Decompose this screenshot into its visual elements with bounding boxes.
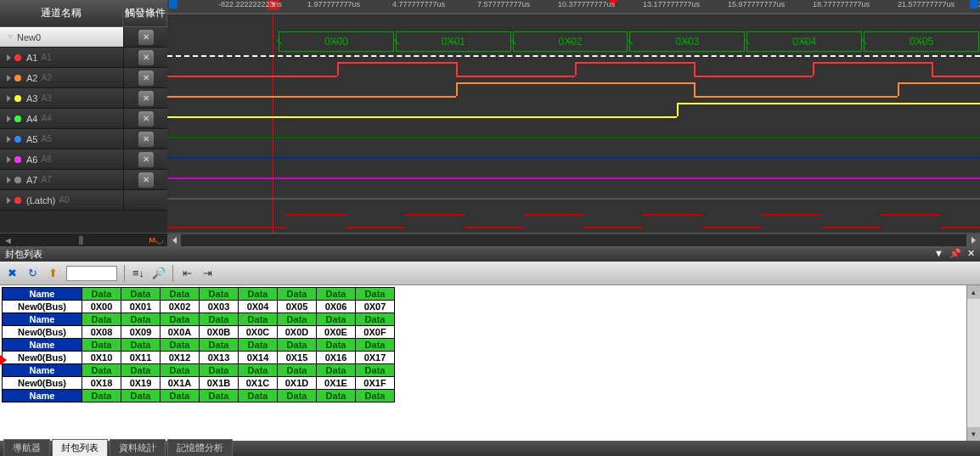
trigger-btn-a3[interactable]: ✕ (138, 91, 154, 106)
trigger-cond-header: 觸發條件 (123, 0, 167, 26)
time-ruler[interactable]: T -822.222222223ns 1.977777777us 4.77777… (167, 0, 980, 14)
marker-a[interactable] (169, 0, 177, 8)
packet-toolbar: ✖ ↻ ⬆ ≡↓ 🔎 ⇤ ⇥ (0, 262, 980, 285)
trigger-btn-a5[interactable]: ✕ (138, 132, 154, 147)
panel-menu-icon[interactable]: ▼ (934, 248, 943, 258)
marker-b[interactable] (970, 0, 978, 8)
wave-a5 (167, 157, 980, 159)
trigger-btn-new0[interactable]: ✕ (138, 30, 154, 45)
channel-a4[interactable]: A4A4 (0, 109, 123, 128)
tab-packet-list[interactable]: 封包列表 (52, 439, 108, 456)
tab-memory-analysis[interactable]: 記憶體分析 (167, 439, 233, 456)
table-row[interactable]: New0(Bus) 0X000X010X020X030X040X050X060X… (3, 301, 395, 313)
tool-sort-icon[interactable]: ≡↓ (132, 267, 145, 280)
packet-grid[interactable]: Name Data Data Data Data Data Data Data … (0, 285, 980, 441)
wave-a3 (167, 116, 677, 118)
waveform-hscroll[interactable] (167, 233, 980, 246)
scroll-right-btn[interactable] (966, 234, 980, 246)
tab-data-stats[interactable]: 資料統計 (110, 439, 166, 456)
tool-export-icon[interactable]: ⬆ (46, 267, 59, 280)
tab-navigator[interactable]: 導航器 (3, 439, 50, 456)
wave-latch (167, 227, 286, 228)
bus-hex-row: 0X00 0X01 0X02 0X03 0X04 0X05 (167, 31, 980, 52)
table-row[interactable]: New0(Bus) 0X080X090X0A0X0B0X0C0X0D0X0E0X… (3, 326, 395, 339)
channel-a3[interactable]: A3A3 (0, 88, 123, 108)
packet-vscroll[interactable]: ▴ ▾ (966, 285, 980, 441)
trigger-btn-a7[interactable]: ✕ (138, 172, 154, 188)
trigger-btn-a6[interactable]: ✕ (138, 152, 154, 167)
channel-zoom-bar[interactable]: ◄ ||| ᴍ◡ (0, 233, 167, 246)
tool-find-icon[interactable]: 🔎 (152, 267, 166, 280)
scroll-left-btn[interactable] (167, 234, 181, 246)
table-row[interactable]: New0(Bus) 0X100X110X120X130X140X150X160X… (3, 352, 395, 364)
wave-a4 (167, 137, 980, 138)
channel-panel: 通道名稱 觸發條件 New0 ✕ A1A1 ✕ A2A2 ✕ A3A3 ✕ A4… (0, 0, 167, 246)
trigger-btn-a2[interactable]: ✕ (138, 70, 154, 86)
trigger-btn-a1[interactable]: ✕ (138, 50, 154, 65)
bottom-tabs: 導航器 封包列表 資料統計 記憶體分析 (0, 441, 980, 456)
channel-a1[interactable]: A1A1 (0, 48, 123, 67)
dashed-marker (167, 55, 980, 57)
panel-pin-icon[interactable]: 📌 (949, 248, 961, 258)
channel-a2[interactable]: A2A2 (0, 68, 123, 87)
scroll-down-btn[interactable]: ▾ (967, 427, 980, 441)
table-row[interactable]: New0(Bus) 0X180X190X1A0X1B0X1C0X1D0X1E0X… (3, 377, 395, 390)
channel-a5[interactable]: A5A5 (0, 129, 123, 149)
tool-prev-icon[interactable]: ⇤ (180, 267, 194, 280)
col-name-header: Name (3, 288, 82, 301)
tool-next-icon[interactable]: ⇥ (200, 267, 214, 280)
channel-name-header: 通道名稱 (0, 0, 123, 26)
wave-a1 (167, 76, 337, 77)
wave-a2 (167, 96, 456, 98)
row-pointer-icon (0, 355, 7, 365)
channel-new0[interactable]: New0 (0, 27, 123, 47)
panel-close-icon[interactable]: ✕ (967, 248, 975, 258)
tool-cut-icon[interactable]: ✖ (5, 267, 19, 280)
channel-latch[interactable]: (Latch)A0 (0, 190, 123, 210)
wave-a7 (167, 198, 980, 200)
channel-a6[interactable]: A6A6 (0, 149, 123, 169)
waveform-view[interactable]: T -822.222222223ns 1.977777777us 4.77777… (167, 0, 980, 246)
tool-refresh-icon[interactable]: ↻ (25, 267, 39, 280)
search-input[interactable] (66, 266, 117, 281)
wave-a6 (167, 177, 980, 179)
packet-panel-title: 封包列表 ▼ 📌 ✕ (0, 246, 980, 262)
channel-a7[interactable]: A7A7 (0, 170, 123, 189)
scroll-up-btn[interactable]: ▴ (967, 285, 980, 299)
trigger-btn-a4[interactable]: ✕ (138, 111, 154, 127)
